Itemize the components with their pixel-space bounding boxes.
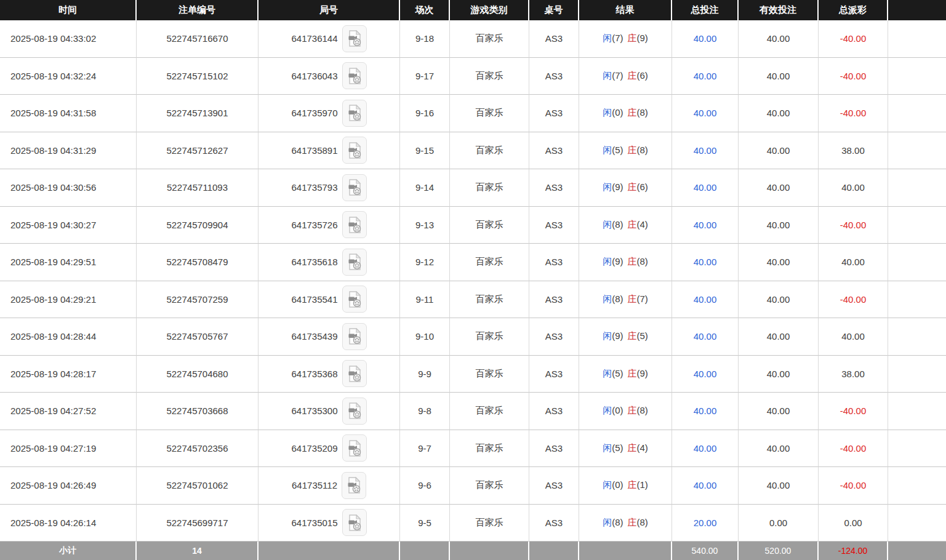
cell-bet-id: 522745713901 [137,95,259,132]
cell-payout: 40.00 [819,318,888,356]
cell-valid-bet: 40.00 [739,95,819,132]
cell-valid-bet: 40.00 [739,467,819,505]
cell-extra [888,356,946,393]
banker-score: (4) [637,219,648,230]
cell-table-no: AS3 [529,356,579,393]
banker-label: 庄 [628,330,637,341]
cell-result: 闲(9)庄(8) [579,244,672,281]
round-group: 641735793 [291,174,366,201]
result-player-group: 闲(8) [603,219,623,230]
banker-score: (8) [637,405,648,415]
column-header: 场次 [400,0,450,20]
cell-payout: -40.00 [819,207,888,244]
video-file-icon [347,440,362,457]
table-row: 2025-08-19 04:30:27 522745709904 6417357… [0,207,946,244]
cell-extra [888,244,946,281]
cell-valid-bet: 40.00 [739,244,819,281]
result-player-group: 闲(5) [603,442,623,453]
cell-extra [888,318,946,356]
video-replay-button[interactable] [342,509,367,536]
cell-bet-id: 522745703668 [137,393,259,430]
cell-game-type: 百家乐 [450,169,529,207]
cell-total-bet: 40.00 [672,467,739,505]
video-replay-button[interactable] [342,434,367,462]
subtotal-empty-extra [888,542,946,560]
result-player-group: 闲(7) [603,33,623,43]
round-group: 641735439 [291,323,366,350]
video-replay-button[interactable] [342,100,367,127]
player-score: (5) [612,368,623,378]
result-player-group: 闲(0) [603,107,623,118]
banker-score: (8) [637,517,648,527]
cell-result: 闲(9)庄(6) [579,169,672,207]
cell-bet-id: 522745701062 [137,467,259,505]
player-label: 闲 [603,107,612,118]
cell-result: 闲(8)庄(8) [579,505,672,542]
subtotal-empty-game [450,542,529,560]
cell-total-bet: 40.00 [672,95,739,132]
cell-total-bet: 40.00 [672,207,739,244]
cell-payout: 0.00 [819,505,888,542]
cell-round: 641735793 [259,169,400,207]
table-row: 2025-08-19 04:33:02 522745716670 6417361… [0,20,946,58]
player-score: (5) [612,145,623,155]
player-score: (8) [612,517,623,527]
cell-session: 9-5 [400,505,450,542]
cell-table-no: AS3 [529,20,579,58]
video-file-icon [347,366,362,382]
cell-valid-bet: 40.00 [739,132,819,170]
player-label: 闲 [603,479,612,490]
video-replay-button[interactable] [342,323,367,350]
cell-payout: 40.00 [819,244,888,281]
cell-total-bet: 20.00 [672,505,739,542]
cell-round: 641735541 [259,281,400,319]
cell-round: 641735618 [259,244,400,281]
cell-table-no: AS3 [529,58,579,95]
player-label: 闲 [603,294,612,304]
video-replay-button[interactable] [342,25,367,52]
player-score: (9) [612,256,623,266]
cell-extra [888,20,946,58]
column-header: 有效投注 [739,0,819,20]
player-score: (0) [612,405,623,415]
table-row: 2025-08-19 04:29:51 522745708479 6417356… [0,244,946,281]
cell-bet-id: 522745715102 [137,58,259,95]
cell-extra [888,393,946,430]
cell-total-bet: 40.00 [672,58,739,95]
video-replay-button[interactable] [342,360,367,387]
video-replay-button[interactable] [342,398,367,425]
video-file-icon [347,68,362,84]
player-score: (7) [612,33,623,43]
video-replay-button[interactable] [342,472,366,499]
result-player-group: 闲(7) [603,70,623,81]
round-number: 641735368 [291,369,337,379]
column-header: 时间 [0,0,137,20]
subtotal-empty-session [400,542,450,560]
result-banker-group: 庄(1) [628,479,648,490]
cell-round: 641735891 [259,132,400,170]
cell-bet-id: 522745711093 [137,169,259,207]
video-replay-button[interactable] [342,174,367,201]
cell-result: 闲(7)庄(9) [579,20,672,58]
column-header: 桌号 [529,0,579,20]
video-replay-button[interactable] [342,286,367,313]
video-replay-button[interactable] [342,211,367,238]
cell-extra [888,467,946,505]
subtotal-valid-bet: 520.00 [739,542,819,560]
cell-table-no: AS3 [529,244,579,281]
video-replay-button[interactable] [342,62,367,89]
cell-valid-bet: 40.00 [739,318,819,356]
cell-game-type: 百家乐 [450,318,529,356]
cell-result: 闲(5)庄(9) [579,356,672,393]
round-number: 641735726 [291,220,337,230]
round-number: 641735541 [291,294,337,305]
cell-session: 9-18 [400,20,450,58]
banker-label: 庄 [628,33,637,43]
cell-total-bet: 40.00 [672,132,739,170]
video-replay-button[interactable] [342,249,367,276]
cell-session: 9-15 [400,132,450,170]
result-player-group: 闲(8) [603,294,623,304]
video-replay-button[interactable] [342,137,367,164]
player-label: 闲 [603,33,612,43]
cell-valid-bet: 40.00 [739,207,819,244]
